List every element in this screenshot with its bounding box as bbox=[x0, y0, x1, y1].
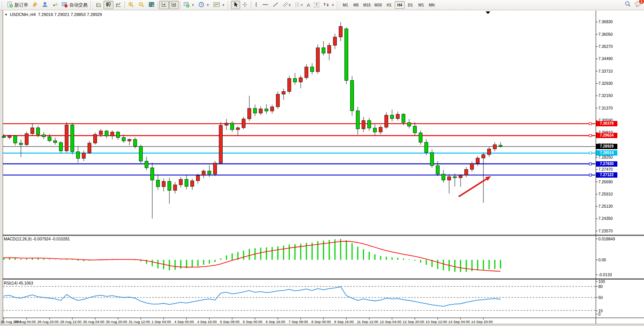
fibonacci-icon bbox=[295, 2, 301, 9]
time-axis-label: 6 Sep 00:00 bbox=[243, 320, 262, 324]
chart-window[interactable]: ▼ USDCNH-,H4 7.29016 7.29021 7.28853 7.2… bbox=[0, 10, 644, 326]
price-axis-tick: 7.32930 bbox=[598, 81, 613, 86]
zoom-in-button[interactable] bbox=[126, 1, 136, 9]
time-axis-label: 12 Sep 04:00 bbox=[380, 320, 402, 324]
time-axis-label: 7 Sep 08:00 bbox=[289, 320, 308, 324]
toolbar-grip[interactable] bbox=[337, 1, 340, 9]
arrows-button[interactable]: ▼ bbox=[321, 1, 336, 9]
price-axis-tick: 7.35270 bbox=[598, 44, 613, 49]
equidistant-channel-button[interactable]: E bbox=[281, 1, 293, 9]
toolbar-grip[interactable] bbox=[228, 1, 230, 9]
time-axis-label: 1 Sep 04:00 bbox=[151, 320, 171, 324]
time-axis-label: 8 Sep 16:00 bbox=[334, 320, 354, 324]
price-axis-tick: 7.25910 bbox=[598, 192, 613, 196]
timeframe-button-d1[interactable]: D1 bbox=[405, 1, 415, 9]
price-axis-tick: 7.24350 bbox=[598, 216, 613, 221]
one-click-trading-expander[interactable]: ▼ bbox=[5, 13, 8, 16]
crosshair-button[interactable] bbox=[240, 1, 250, 9]
crosshair-icon bbox=[242, 2, 248, 9]
trendline-button[interactable] bbox=[271, 1, 281, 9]
cursor-icon bbox=[233, 2, 238, 9]
time-axis-label: 31 Aug 12:00 bbox=[129, 320, 150, 324]
price-axis-tick: 7.23570 bbox=[598, 229, 613, 233]
autotrading-button[interactable]: 自动交易 bbox=[60, 1, 89, 9]
macd-panel-label: MACD(12,26,9) -0.007924 -0.010281 bbox=[4, 237, 70, 241]
price-axis-tick: 7.36830 bbox=[598, 19, 613, 24]
price-axis-tick: 7.31370 bbox=[598, 106, 613, 110]
line-chart-button[interactable] bbox=[113, 1, 123, 9]
toolbar-grip[interactable] bbox=[2, 1, 4, 9]
notification-badge: 1 bbox=[639, 0, 644, 4]
time-axis-label: 28 Aug 04:00 bbox=[14, 320, 36, 324]
timeframe-button-m30[interactable]: M30 bbox=[373, 1, 383, 9]
tile-windows-icon bbox=[148, 2, 155, 9]
auto-scroll-button[interactable] bbox=[159, 1, 169, 9]
text-label-icon: T bbox=[314, 2, 320, 8]
community-button[interactable] bbox=[40, 1, 50, 9]
dropdown-arrow-icon: ▼ bbox=[331, 3, 334, 7]
time-axis-label: 30 Aug 04:00 bbox=[83, 320, 104, 324]
timeframe-button-w1[interactable]: W1 bbox=[416, 1, 426, 9]
zoom-in-icon bbox=[128, 2, 134, 9]
timeframe-group: M1M5M15M30H1H4D1W1MN bbox=[340, 1, 437, 9]
hline-price-badge: 7.27122 bbox=[596, 172, 617, 178]
signals-button[interactable] bbox=[50, 1, 60, 9]
chart-shift-button[interactable] bbox=[169, 1, 179, 9]
market-icon bbox=[32, 2, 38, 9]
periods-button[interactable]: ▼ bbox=[196, 1, 211, 9]
hline-price-badge: 7.28514 bbox=[596, 150, 617, 156]
text-button[interactable]: A bbox=[305, 1, 312, 9]
search-icon[interactable] bbox=[625, 1, 631, 9]
zoom-out-button[interactable] bbox=[136, 1, 147, 9]
toolbar: 新订单 自动交易 bbox=[0, 0, 644, 10]
periods-icon bbox=[198, 2, 204, 9]
hline-price-badge: 7.27830 bbox=[596, 161, 617, 167]
timeframe-button-m5[interactable]: M5 bbox=[351, 1, 361, 9]
vertical-line-icon bbox=[254, 2, 258, 9]
price-axis-tick: 7.34490 bbox=[598, 56, 613, 61]
text-label-button[interactable]: T bbox=[312, 1, 322, 9]
time-axis-label: 5 Sep 08:00 bbox=[220, 320, 239, 324]
notifications-button[interactable]: 1 bbox=[635, 1, 642, 9]
rsi-axis-label: 0 bbox=[598, 312, 601, 316]
mt4-terminal: { "toolbar": { "new_order_label": "新订单",… bbox=[0, 0, 644, 326]
hline-price-badge: 7.30379 bbox=[596, 121, 617, 126]
horizontal-line-button[interactable] bbox=[260, 1, 271, 9]
time-axis-label: 8 Sep 00:00 bbox=[311, 320, 331, 324]
new-order-label: 新订单 bbox=[14, 2, 28, 8]
time-axis-label: 6 Sep 16:00 bbox=[266, 320, 285, 324]
timeframe-button-m1[interactable]: M1 bbox=[340, 1, 350, 9]
ohlc-values: 7.29016 7.29021 7.28853 7.28929 bbox=[38, 12, 102, 17]
dropdown-arrow-icon: ▼ bbox=[222, 3, 225, 7]
bar-chart-button[interactable] bbox=[94, 1, 104, 9]
timeframe-button-h4[interactable]: H4 bbox=[395, 1, 405, 9]
candlestick-chart-button[interactable] bbox=[104, 1, 113, 9]
fibonacci-button[interactable]: F bbox=[293, 1, 305, 9]
toolbar-grip[interactable] bbox=[90, 1, 93, 9]
hline-price-badge: 7.29624 bbox=[596, 133, 617, 138]
symbol-period-label: USDCNH-,H4 bbox=[10, 12, 36, 17]
chart-info-line: ▼ USDCNH-,H4 7.29016 7.29021 7.28853 7.2… bbox=[5, 12, 102, 17]
autotrading-label: 自动交易 bbox=[69, 2, 88, 8]
trendline-icon bbox=[273, 2, 279, 9]
text-icon: A bbox=[307, 2, 310, 8]
tile-windows-button[interactable] bbox=[147, 1, 156, 9]
indicators-button[interactable]: ▼ bbox=[182, 1, 196, 9]
fibo-label: F bbox=[301, 3, 303, 7]
horizontal-line-icon bbox=[262, 2, 269, 9]
chart-plot[interactable] bbox=[0, 10, 644, 326]
time-axis-label: 4 Sep 00:00 bbox=[174, 320, 194, 324]
new-order-button[interactable]: 新订单 bbox=[5, 1, 30, 9]
time-axis-label: 4 Sep 16:00 bbox=[197, 320, 217, 324]
templates-button[interactable]: ▼ bbox=[211, 1, 227, 9]
vertical-line-button[interactable] bbox=[252, 1, 260, 9]
candlestick-chart-icon bbox=[105, 2, 112, 9]
timeframe-button-h1[interactable]: H1 bbox=[384, 1, 394, 9]
zoom-out-icon bbox=[138, 2, 145, 9]
price-axis-tick: 7.33710 bbox=[598, 69, 613, 73]
timeframe-button-m15[interactable]: M15 bbox=[362, 1, 372, 9]
timeframe-button-mn[interactable]: MN bbox=[427, 1, 437, 9]
market-button[interactable] bbox=[30, 1, 40, 9]
macd-axis-label: 0.018849 bbox=[598, 237, 615, 241]
cursor-button[interactable] bbox=[231, 1, 240, 9]
